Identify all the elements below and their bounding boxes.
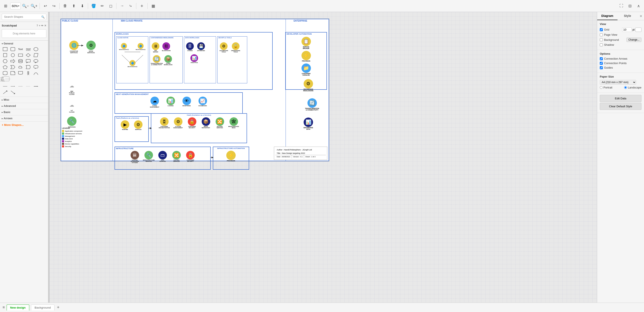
shape-rect-rounded[interactable] [10,46,16,52]
search-input[interactable] [2,14,46,20]
separator-1 [40,3,40,9]
caches-item: 🗄 CACHES [185,42,195,51]
caas-label: CaaS (Container as a Service) [151,114,246,116]
zoom-dropdown-icon[interactable]: ▾ [18,5,19,7]
shape-rect2[interactable] [17,52,24,58]
tab-style[interactable]: Style [618,12,638,20]
shape-line-arrow[interactable] [10,84,16,89]
edit-data-button[interactable]: Edit Data [600,95,642,102]
shape-line-solid[interactable] [2,84,8,89]
section-arrows-header[interactable]: Arrows [2,116,46,120]
fullscreen-button[interactable]: ⛶ [618,2,625,10]
section-advanced-header[interactable]: Advanced [2,104,46,108]
zoom-out-button[interactable]: 🔍− [22,2,29,10]
shape-rect[interactable] [2,46,8,52]
grid-size-input[interactable] [622,27,632,32]
connection-arrows-checkbox[interactable] [600,57,603,60]
insert-button[interactable]: + [138,2,146,10]
tab-diagram[interactable]: Diagram [597,12,618,20]
app-server-item: 🖥 APPSERVER [151,42,160,52]
scratchpad-header[interactable]: Scratchpad ? + ✏ ✕ [2,23,46,28]
shadow-checkbox[interactable] [600,44,603,46]
shape-parallelogram[interactable] [32,52,39,58]
connection-button[interactable]: → [118,2,126,10]
page-view-checkbox[interactable] [600,33,603,36]
split-view-button[interactable]: ⊟ [626,2,634,10]
guides-checkbox[interactable] [600,66,603,69]
section-basic-header[interactable]: Basic [2,110,46,114]
shape-list[interactable]: List item ───── [2,76,10,81]
shape-diagonal-arrow[interactable] [2,90,8,95]
delete-button[interactable]: 🗑 [61,2,69,10]
scratchpad-drop-zone[interactable]: Drag elements here [2,29,46,38]
shape-cylinder[interactable] [17,58,24,64]
fill-color-button[interactable]: 🪣 [90,2,98,10]
shape-arrow-right[interactable] [10,58,16,64]
redo-button[interactable]: ↪ [50,2,58,10]
scratchpad-add-icon[interactable]: + [39,24,40,27]
shape-step[interactable] [25,64,32,70]
to-back-button[interactable]: ⬇ [78,2,86,10]
landscape-radio[interactable] [624,86,627,89]
shape-callout2[interactable] [32,64,39,70]
shape-line-dotted[interactable] [25,84,32,89]
legend-security: Security [62,145,92,148]
shape-tape[interactable] [2,70,8,76]
shape-diagonal-arrow2[interactable] [10,90,16,95]
clear-default-style-button[interactable]: Clear Default Style [600,103,642,110]
scratchpad-help-icon[interactable]: ? [36,24,38,27]
shape-arc[interactable] [32,70,39,76]
shape-hexagon[interactable] [2,58,8,64]
layout-toggle-button[interactable]: ⊞ [2,2,10,10]
shape-ellipse[interactable] [32,46,39,52]
shape-diamond[interactable] [25,52,32,58]
more-shapes-button[interactable]: + More Shapes... [0,122,48,127]
undo-button[interactable]: ↩ [42,2,49,10]
add-tab-button[interactable]: + [56,304,60,311]
table-button[interactable]: ▦ [149,2,157,10]
stroke-color-button[interactable]: ✏ [98,2,106,10]
shape-callout[interactable] [25,58,32,64]
scratchpad-close-icon[interactable]: ✕ [44,24,46,27]
shape-line-dashed[interactable] [17,84,24,89]
section-misc-header[interactable]: Misc [2,98,46,102]
svg-point-5 [34,48,38,51]
connection-points-checkbox[interactable] [600,62,603,65]
bottom-menu-icon[interactable]: ≡ [2,305,5,310]
section-general-header[interactable]: General [2,42,46,46]
grid-color-box[interactable] [636,28,642,32]
tab-background[interactable]: Background [31,304,54,310]
diagram[interactable]: PUBLIC CLOUD IBM CLOUD PRIVATE ENTERPRIS… [60,18,330,162]
paper-size-select[interactable]: A4 (210 mm x 297 mm) A3 Letter Legal [600,80,636,84]
shape-line-thick[interactable] [32,84,39,89]
shape-chevron[interactable] [10,64,16,70]
background-checkbox[interactable] [600,38,603,41]
shape-button[interactable]: ◻ [107,2,114,10]
bottom-bar: ≡ New design Background + [0,302,644,312]
portrait-radio[interactable] [600,86,602,89]
page-view-row: Page View [600,33,642,36]
shape-speech-bubble[interactable] [32,58,39,64]
shape-text[interactable]: Text [17,46,24,52]
shape-note[interactable] [10,70,16,76]
shape-doc[interactable] [17,70,24,76]
background-change-button[interactable]: Change... [626,38,642,42]
shape-cloud[interactable] [17,64,24,70]
shape-circle[interactable] [10,52,16,58]
zoom-in-button[interactable]: 🔍+ [30,2,38,10]
shape-square[interactable] [2,52,8,58]
scratchpad-edit-icon[interactable]: ✏ [41,24,43,27]
tab-new-design[interactable]: New design [6,304,29,310]
right-panel-close[interactable]: ✕ [638,12,644,20]
to-front-button[interactable]: ⬆ [70,2,78,10]
shape-pentagon[interactable] [2,64,8,70]
waypoint-button[interactable]: ⤷ [127,2,134,10]
shape-person[interactable] [25,70,32,76]
collapse-button[interactable]: ∧ [634,2,642,10]
caas-box: CaaS (Container as a Service) 🎛 CONTAINE… [151,113,247,143]
next-gen-label: NEXT GENERATION MANAGEMENT [115,93,242,96]
canvas-area[interactable]: PUBLIC CLOUD IBM CLOUD PRIVATE ENTERPRIS… [50,12,597,302]
grid-checkbox[interactable] [600,28,603,31]
zoom-control[interactable]: 60% ▾ [10,2,21,10]
shape-heading[interactable]: Headingtext text text [25,46,32,52]
